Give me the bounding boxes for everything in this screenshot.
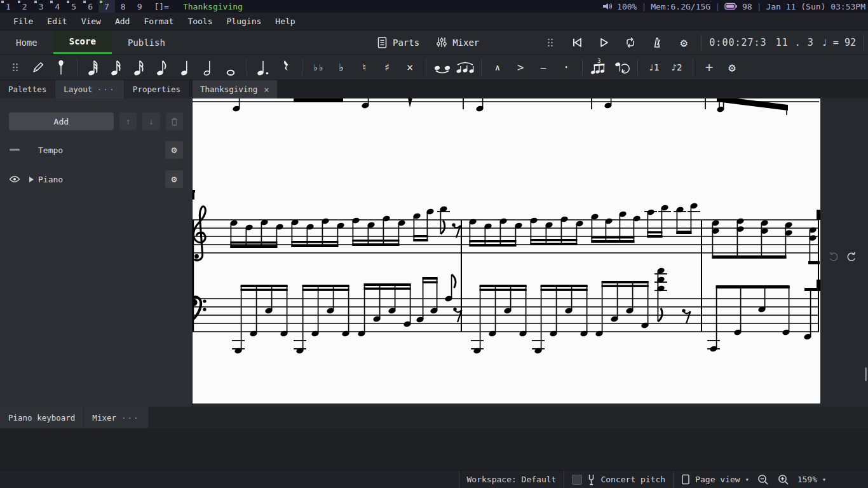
workspace-tag-3[interactable]: 3 bbox=[33, 0, 50, 13]
collapsed-panel-area bbox=[0, 428, 868, 470]
menu-help[interactable]: Help bbox=[268, 17, 302, 26]
move-down-button[interactable]: ↓ bbox=[142, 112, 159, 130]
mixer-button[interactable]: Mixer bbox=[436, 36, 479, 48]
menu-tools[interactable]: Tools bbox=[180, 17, 219, 26]
delete-button[interactable] bbox=[166, 112, 183, 130]
score-page[interactable] bbox=[193, 98, 820, 403]
note-cursor-pin-icon[interactable] bbox=[51, 57, 71, 78]
sharp-icon[interactable]: ♯ bbox=[377, 57, 397, 78]
rewind-button[interactable] bbox=[567, 33, 587, 52]
panel-tab-mixer[interactable]: Mixer··· bbox=[84, 407, 147, 428]
workspace-tag-7[interactable]: 7 bbox=[98, 0, 115, 13]
playback-drag-handle[interactable] bbox=[541, 33, 560, 52]
vertical-scrollbar[interactable] bbox=[865, 367, 867, 381]
double-sharp-icon[interactable]: × bbox=[400, 57, 420, 78]
layout-item-piano[interactable]: Piano ⚙ bbox=[5, 170, 183, 189]
note-64th-button[interactable] bbox=[83, 57, 104, 78]
tempo-item-label: Tempo bbox=[38, 146, 63, 155]
tenuto-icon[interactable]: — bbox=[533, 57, 553, 78]
workspace-tags[interactable]: 123456789 bbox=[0, 0, 147, 13]
menu-add[interactable]: Add bbox=[108, 17, 137, 26]
tab-palettes[interactable]: Palettes bbox=[0, 80, 55, 98]
zoom-level-selector[interactable]: 159% ▾ bbox=[797, 475, 826, 484]
tab-layout[interactable]: Layout··· bbox=[55, 80, 124, 98]
add-button[interactable]: Add bbox=[9, 112, 114, 130]
note-eighth-button[interactable] bbox=[152, 57, 172, 78]
view-mode-selector[interactable]: Page view ▾ bbox=[681, 474, 749, 485]
double-flat-icon[interactable]: ♭♭ bbox=[308, 57, 329, 78]
mixer-tab-label: Mixer bbox=[92, 413, 116, 423]
metronome-button[interactable] bbox=[648, 33, 667, 52]
zoom-in-button[interactable] bbox=[777, 473, 790, 486]
augmentation-dot-button[interactable] bbox=[253, 57, 273, 78]
menu-plugins[interactable]: Plugins bbox=[220, 17, 269, 26]
note-half-button[interactable] bbox=[198, 57, 218, 78]
marcato-icon[interactable]: ∧ bbox=[487, 57, 508, 78]
workspace-tag-4[interactable]: 4 bbox=[49, 0, 65, 13]
sheet-music-notation bbox=[193, 98, 820, 403]
move-up-button[interactable]: ↑ bbox=[119, 112, 137, 130]
workspace-tag-6[interactable]: 6 bbox=[82, 0, 98, 13]
tab-publish[interactable]: Publish bbox=[112, 30, 181, 54]
note-input-pencil-icon[interactable] bbox=[28, 57, 48, 78]
playback-settings-gear-icon[interactable]: ⚙ bbox=[674, 33, 693, 52]
expand-arrow-icon[interactable] bbox=[24, 177, 38, 182]
voice-1-button[interactable]: ♩1 bbox=[644, 57, 664, 78]
visibility-eye-icon[interactable] bbox=[5, 175, 24, 183]
tie-button[interactable] bbox=[432, 57, 452, 78]
menu-file[interactable]: File bbox=[6, 17, 40, 26]
concert-pitch-toggle[interactable]: Concert pitch bbox=[572, 473, 665, 486]
parts-button[interactable]: Parts bbox=[377, 36, 419, 49]
play-button[interactable] bbox=[594, 33, 613, 52]
toolbar-drag-handle[interactable] bbox=[5, 57, 25, 78]
workspace-selector[interactable]: Workspace: Default bbox=[467, 475, 557, 484]
workspace-tag-2[interactable]: 2 bbox=[17, 0, 33, 13]
note-whole-button[interactable] bbox=[220, 57, 241, 78]
memory-usage: Mem:6.2G/15G bbox=[651, 2, 710, 11]
add-toolbar-item-button[interactable]: + bbox=[699, 57, 719, 78]
tab-properties[interactable]: Properties bbox=[125, 80, 189, 98]
voice-2-button[interactable]: ♪2 bbox=[667, 57, 687, 78]
loop-playback-button[interactable] bbox=[621, 33, 640, 52]
piano-settings-gear-button[interactable]: ⚙ bbox=[165, 170, 183, 188]
note-32nd-button[interactable] bbox=[106, 57, 126, 78]
tempo-settings-gear-button[interactable]: ⚙ bbox=[165, 141, 183, 159]
mixer-label: Mixer bbox=[452, 37, 479, 48]
layout-item-tempo[interactable]: Tempo ⚙ bbox=[5, 140, 183, 159]
workspace-tag-9[interactable]: 9 bbox=[132, 0, 148, 13]
slur-button[interactable] bbox=[455, 57, 475, 78]
layout-symbol[interactable]: []= bbox=[147, 2, 175, 11]
workspace-tag-1[interactable]: 1 bbox=[0, 0, 17, 13]
tab-home[interactable]: Home bbox=[0, 30, 53, 54]
zoom-out-button[interactable] bbox=[757, 473, 770, 486]
score-tab-thanksgiving[interactable]: Thanksgiving × bbox=[193, 80, 277, 98]
customize-toolbar-gear-button[interactable]: ⚙ bbox=[722, 57, 742, 78]
undo-button[interactable] bbox=[827, 250, 840, 263]
accent-icon[interactable]: > bbox=[510, 57, 531, 78]
flip-direction-button[interactable] bbox=[611, 57, 632, 78]
natural-icon[interactable]: ♮ bbox=[354, 57, 374, 78]
menu-view[interactable]: View bbox=[74, 17, 108, 26]
note-16th-button[interactable] bbox=[129, 57, 149, 78]
workspace-tag-8[interactable]: 8 bbox=[115, 0, 132, 13]
tab-menu-dots-icon[interactable]: ··· bbox=[97, 85, 115, 94]
parts-label: Parts bbox=[393, 37, 419, 48]
menu-bar: FileEditViewAddFormatToolsPluginsHelp bbox=[0, 13, 868, 30]
tab-score[interactable]: Score bbox=[53, 30, 112, 54]
menu-format[interactable]: Format bbox=[137, 17, 180, 26]
note-quarter-button[interactable] bbox=[175, 57, 195, 78]
rest-button[interactable] bbox=[276, 57, 296, 78]
tuplet-button[interactable]: 3 bbox=[588, 57, 609, 78]
chevron-down-icon: ▾ bbox=[745, 476, 749, 483]
close-tab-icon[interactable]: × bbox=[264, 85, 269, 95]
panel-tab-piano-keyboard[interactable]: Piano keyboard bbox=[0, 407, 83, 428]
tempo-display[interactable]: ♩ = 92 bbox=[822, 37, 856, 48]
menu-edit[interactable]: Edit bbox=[40, 17, 74, 26]
flat-icon[interactable]: ♭ bbox=[331, 57, 351, 78]
divider bbox=[701, 35, 702, 50]
workspace-tag-5[interactable]: 5 bbox=[65, 0, 82, 13]
staccato-icon[interactable]: · bbox=[556, 57, 576, 78]
panel-menu-dots-icon[interactable]: ··· bbox=[121, 413, 140, 423]
redo-button[interactable] bbox=[845, 250, 858, 263]
concert-pitch-checkbox[interactable] bbox=[572, 475, 582, 485]
